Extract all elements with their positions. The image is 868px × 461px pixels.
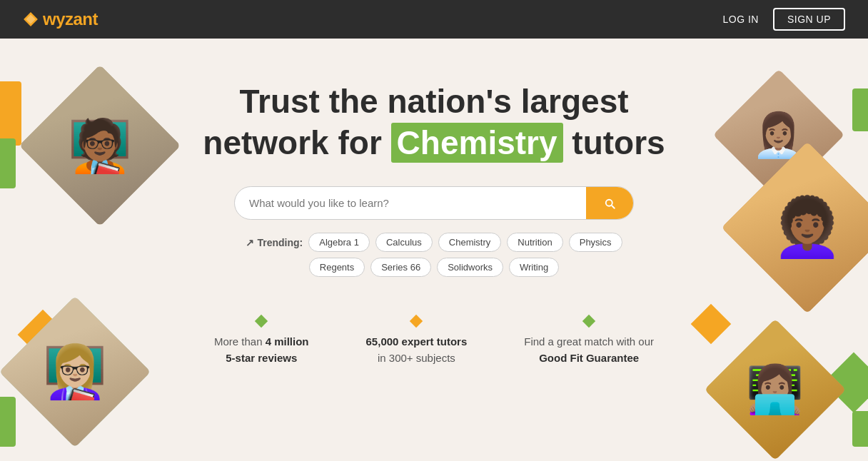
search-section [0, 186, 868, 220]
stat-tutors-text: 65,000 expert tutors in 300+ subjects [366, 334, 468, 366]
main-content: 🧑🏾‍🏫 👩🏼‍🏫 👩🏽‍💼 👩🏾‍🦱 👩🏽‍💻 Trust the natio… [0, 39, 868, 461]
chip-writing[interactable]: Writing [509, 258, 559, 277]
stat-diamond-icon-3 [582, 314, 596, 328]
hero-title-mid: network for [203, 124, 381, 161]
svg-marker-3 [410, 315, 423, 328]
hero-section: Trust the nation's largest network for C… [0, 39, 868, 366]
stats-section: More than 4 million 5-star reviews 65,00… [0, 314, 868, 366]
login-button[interactable]: LOG IN [722, 14, 758, 25]
trending-section: ↗ Trending: Algebra 1 Calculus Chemistry… [0, 233, 868, 252]
chip-calculus[interactable]: Calculus [375, 233, 433, 252]
stat-tutors: 65,000 expert tutors in 300+ subjects [366, 314, 468, 366]
chip-physics[interactable]: Physics [569, 233, 622, 252]
chip-solidworks[interactable]: Solidworks [437, 258, 503, 277]
svg-marker-2 [255, 315, 268, 328]
search-input[interactable] [235, 187, 586, 219]
trending-chips-row2: Regents Series 66 Solidworks Writing [0, 258, 868, 277]
trending-label: ↗ Trending: [246, 237, 303, 248]
logo-diamond-icon [23, 11, 39, 27]
trending-text: Trending: [257, 237, 303, 248]
deco-green-rect-bottomright [852, 411, 868, 447]
stat-reviews: More than 4 million 5-star reviews [214, 314, 309, 366]
stat-diamond-icon-1 [254, 314, 268, 328]
navbar: wyzant LOG IN SIGN UP [0, 0, 868, 39]
search-bar [234, 186, 634, 220]
svg-marker-4 [582, 315, 595, 328]
logo-text: wyzant [43, 9, 98, 29]
hero-title-line1: Trust the nation's largest [239, 83, 628, 120]
hero-title-highlight: Chemistry [391, 123, 563, 163]
chip-chemistry[interactable]: Chemistry [438, 233, 502, 252]
stat-guarantee: Find a great match with our Good Fit Gua… [524, 314, 654, 366]
deco-green-rect-bottomleft [0, 397, 16, 447]
hero-title-end: tutors [572, 124, 665, 161]
chip-nutrition[interactable]: Nutrition [507, 233, 562, 252]
chip-algebra1[interactable]: Algebra 1 [308, 233, 370, 252]
stat-reviews-text: More than 4 million 5-star reviews [214, 334, 309, 366]
logo: wyzant [23, 9, 98, 29]
trending-chips-row1: Algebra 1 Calculus Chemistry Nutrition P… [308, 233, 622, 252]
stat-guarantee-text: Find a great match with our Good Fit Gua… [524, 334, 654, 366]
hero-title: Trust the nation's largest network for C… [0, 81, 868, 163]
chip-series66[interactable]: Series 66 [370, 258, 431, 277]
signup-button[interactable]: SIGN UP [773, 8, 845, 31]
trending-arrow-icon: ↗ [246, 237, 254, 248]
chip-regents[interactable]: Regents [309, 258, 365, 277]
stat-diamond-icon-2 [409, 314, 423, 328]
nav-actions: LOG IN SIGN UP [722, 8, 845, 31]
search-button[interactable] [586, 187, 633, 219]
search-icon [603, 197, 616, 210]
